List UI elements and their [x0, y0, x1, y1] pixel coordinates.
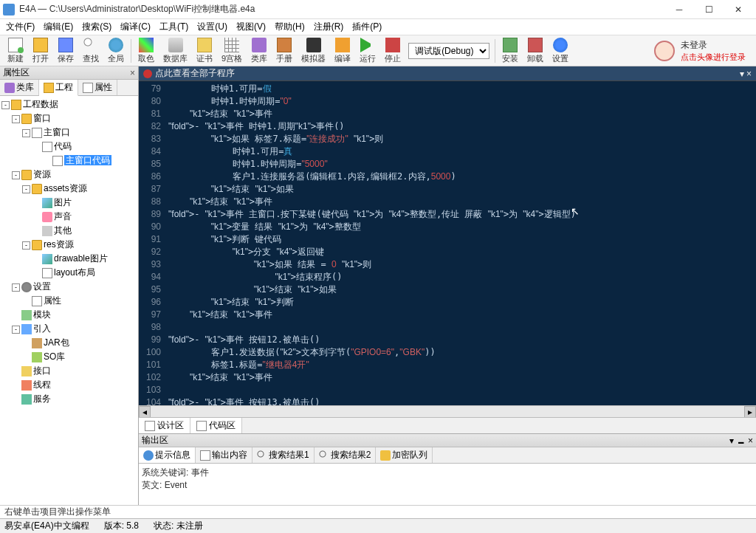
output-content[interactable]: 系统关键词: 事件英文: Event: [139, 464, 756, 505]
output-title-controls[interactable]: ▾ 🗕 ×: [729, 436, 753, 446]
code-tab-dropdown-icon[interactable]: ▾ ×: [740, 69, 752, 79]
tree-toggle[interactable]: -: [12, 326, 20, 334]
toolbar-color-button[interactable]: 取色: [134, 36, 159, 66]
left-tab-属性[interactable]: 属性: [78, 80, 117, 95]
code-content[interactable]: 时钟1.可用=假 时钟1.时钟周期="0" "k1">结束 "k1">事件 "f…: [165, 81, 756, 405]
toolbar-save-button[interactable]: 保存: [53, 36, 78, 66]
scroll-right-icon[interactable]: ▸: [744, 406, 756, 418]
user-area[interactable]: 未登录点击头像进行登录: [654, 39, 753, 63]
toolbar-label: 编译: [334, 53, 351, 64]
tree-toggle[interactable]: -: [22, 241, 30, 250]
tree-toggle[interactable]: -: [12, 115, 20, 123]
output-tab-搜索结果2[interactable]: 搜索结果2: [315, 447, 377, 463]
tree-node[interactable]: 接口: [1, 364, 137, 378]
left-panel-close-icon[interactable]: ×: [130, 68, 135, 78]
tree-icon: [21, 114, 32, 124]
tab-label: 工程: [55, 81, 73, 94]
left-tab-工程[interactable]: 工程: [39, 80, 78, 96]
toolbar-label: 保存: [58, 53, 74, 64]
toolbar-cert-button[interactable]: 证书: [192, 36, 217, 66]
tree-label: 声音: [54, 211, 72, 221]
menu-item[interactable]: 视图(V): [232, 19, 270, 35]
tree-node[interactable]: SO库: [1, 350, 137, 364]
tree-node[interactable]: layout布局: [1, 266, 137, 280]
tree-toggle[interactable]: -: [22, 129, 30, 137]
tree-node[interactable]: -引入: [1, 322, 137, 336]
menu-item[interactable]: 设置(U): [193, 19, 232, 35]
tree-node[interactable]: -assets资源: [1, 182, 137, 196]
tree-toggle[interactable]: -: [1, 101, 10, 109]
menu-item[interactable]: 文件(F): [1, 19, 39, 35]
toolbar-book-button[interactable]: 手册: [272, 36, 297, 66]
output-tab-输出内容[interactable]: 输出内容: [196, 447, 252, 463]
tree-node[interactable]: 服务: [1, 392, 137, 406]
horizontal-scrollbar[interactable]: ◂ ▸: [139, 405, 756, 417]
menu-item[interactable]: 工具(T): [155, 19, 193, 35]
output-tab-搜索结果1[interactable]: 搜索结果1: [252, 447, 315, 463]
toolbar-open-button[interactable]: 打开: [28, 36, 53, 66]
toolbar-uninst-button[interactable]: 卸载: [523, 36, 548, 66]
output-tab-提示信息[interactable]: 提示信息: [139, 447, 196, 463]
menu-item[interactable]: 帮助(H): [270, 19, 309, 35]
toolbar-grid-button[interactable]: 9宫格: [217, 36, 247, 66]
tree-node[interactable]: 声音: [1, 210, 137, 224]
tree-node[interactable]: 代码: [1, 140, 137, 154]
tree-node[interactable]: 模块: [1, 308, 137, 322]
close-button[interactable]: ✕: [724, 0, 753, 19]
tree-node[interactable]: 其他: [1, 224, 137, 238]
menu-item[interactable]: 编译(C): [116, 19, 155, 35]
build-mode-select[interactable]: 调试版(Debug): [408, 43, 489, 59]
left-panel: 属性区 × 类库工程属性 -工程数据-窗口-主窗口代码主窗口代码-资源-asse…: [0, 66, 139, 505]
toolbar-db-button[interactable]: 数据库: [159, 36, 192, 66]
toolbar-set-button[interactable]: 设置: [548, 36, 573, 66]
code-editor[interactable]: 7980818283848586878889909192939495969798…: [139, 81, 756, 405]
view-tab-设计区[interactable]: 设计区: [139, 418, 190, 433]
tree-node[interactable]: -资源: [1, 168, 137, 182]
title-bar: E4A — C:\Users\Administrator\Desktop\WiF…: [0, 0, 756, 19]
toolbar-phone-button[interactable]: 模拟器: [297, 36, 330, 66]
project-tree[interactable]: -工程数据-窗口-主窗口代码主窗口代码-资源-assets资源图片声音其他-re…: [0, 96, 138, 505]
toolbar-label: 新建: [7, 53, 24, 64]
maximize-button[interactable]: ☐: [694, 0, 724, 19]
menu-item[interactable]: 注册(R): [309, 19, 348, 35]
toolbar-inst-button[interactable]: 安装: [498, 36, 523, 66]
toolbar-find-button[interactable]: 查找: [78, 36, 103, 66]
tree-toggle[interactable]: -: [22, 185, 30, 193]
minimize-button[interactable]: ─: [664, 0, 694, 19]
tree-node[interactable]: 线程: [1, 378, 137, 392]
tree-node[interactable]: -设置: [1, 280, 137, 294]
output-tabs: 提示信息输出内容搜索结果1搜索结果2加密队列: [139, 447, 756, 464]
toolbar-label: 打开: [32, 53, 49, 64]
tree-toggle[interactable]: -: [12, 283, 20, 292]
phone-icon: [306, 38, 321, 52]
scroll-left-icon[interactable]: ◂: [139, 406, 151, 418]
tree-node[interactable]: -主窗口: [1, 125, 137, 140]
avatar[interactable]: [654, 41, 675, 61]
menu-item[interactable]: 编辑(E): [39, 19, 78, 35]
tree-node[interactable]: JAR包: [1, 336, 137, 350]
tab-icon: [44, 83, 54, 93]
tree-toggle[interactable]: -: [12, 171, 20, 179]
tree-node[interactable]: drawable图片: [1, 252, 137, 266]
toolbar-stop-button[interactable]: 停止: [380, 36, 405, 66]
tree-node[interactable]: 主窗口代码: [1, 154, 137, 168]
tree-node[interactable]: 属性: [1, 294, 137, 308]
toolbar-compile-button[interactable]: 编译: [330, 36, 355, 66]
output-tab-加密队列[interactable]: 加密队列: [376, 447, 433, 463]
tree-node[interactable]: -工程数据: [1, 97, 137, 111]
left-tab-类库[interactable]: 类库: [0, 80, 39, 95]
toolbar-glob-button[interactable]: 全局: [103, 36, 128, 66]
tree-label: assets资源: [44, 183, 87, 193]
tree-node[interactable]: -窗口: [1, 111, 137, 125]
toolbar-new-button[interactable]: 新建: [3, 36, 28, 66]
view-tab-代码区[interactable]: 代码区: [190, 418, 242, 433]
menu-item[interactable]: 搜索(S): [78, 19, 116, 35]
tree-node[interactable]: -res资源: [1, 238, 137, 252]
menu-item[interactable]: 插件(P): [348, 19, 386, 35]
tree-node[interactable]: 图片: [1, 196, 137, 210]
toolbar-run-button[interactable]: 运行: [355, 36, 380, 66]
toolbar-cls-button[interactable]: 类库: [247, 36, 272, 66]
tree-label: 引入: [33, 323, 51, 334]
tab-label: 搜索结果1: [269, 449, 309, 461]
code-tab-bar[interactable]: 点此查看全部子程序 ▾ ×: [139, 66, 756, 81]
